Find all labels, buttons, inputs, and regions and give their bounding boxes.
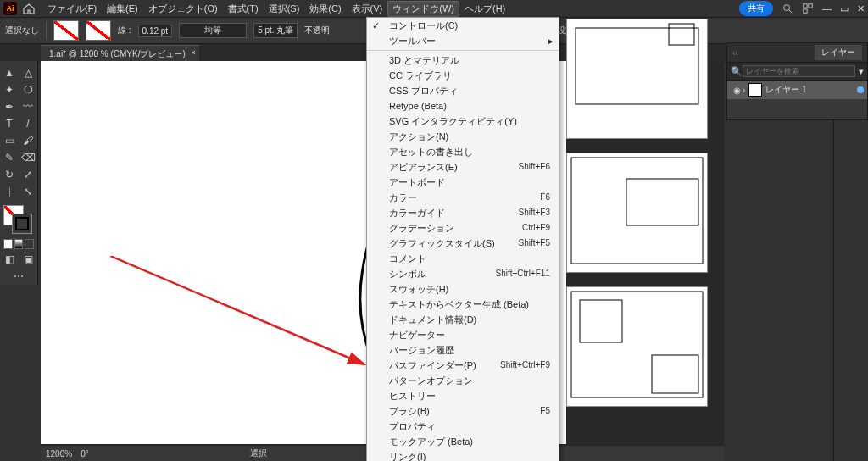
menu-entry-label: コメント <box>389 253 426 264</box>
menu-entry-label: CC ライブラリ <box>389 69 452 81</box>
menu-entry[interactable]: カラーF6 <box>367 190 559 205</box>
menu-entry[interactable]: CC ライブラリ <box>367 68 559 83</box>
menu-item[interactable]: ファイル(F) <box>42 1 102 17</box>
scale-tool[interactable]: ⤢ <box>19 166 37 183</box>
screen-mode[interactable]: ▣ <box>19 251 37 268</box>
search-icon[interactable] <box>782 3 793 14</box>
line-tool[interactable]: / <box>19 115 37 132</box>
layers-panel-header[interactable]: ‹‹ レイヤー <box>727 43 867 63</box>
free-transform-tool[interactable]: ⤡ <box>19 183 37 200</box>
menu-item[interactable]: 表示(V) <box>347 1 388 17</box>
menu-entry[interactable]: テキストからベクター生成 (Beta) <box>367 297 559 312</box>
fill-swatch[interactable] <box>53 20 79 41</box>
lasso-tool[interactable]: ❍ <box>19 81 37 98</box>
menu-item[interactable]: 書式(T) <box>223 1 264 17</box>
menu-item[interactable]: 選択(S) <box>264 1 305 17</box>
menu-separator <box>367 50 559 51</box>
stroke-weight-field[interactable]: 0.12 pt <box>138 25 173 37</box>
layer-row[interactable]: ◉ › レイヤー 1 <box>727 81 867 99</box>
selection-tool[interactable]: ▲ <box>0 64 19 81</box>
menu-entry[interactable]: アピアランス(E)Shift+F6 <box>367 159 559 175</box>
maximize-icon[interactable]: ▭ <box>840 3 849 14</box>
menu-entry[interactable]: プロパティ <box>367 419 559 434</box>
curvature-tool[interactable]: 〰 <box>19 98 37 115</box>
menu-entry[interactable]: バージョン履歴 <box>367 342 559 358</box>
direct-selection-tool[interactable]: △ <box>19 64 37 81</box>
fill-stroke-control[interactable] <box>3 205 32 234</box>
layers-search-row: 🔍 ▾ <box>727 63 867 81</box>
color-mode[interactable] <box>3 239 13 249</box>
layers-tab[interactable]: レイヤー <box>815 45 862 60</box>
pen-tool[interactable]: ✒ <box>0 98 19 115</box>
menu-entry[interactable]: パターンオプション <box>367 373 559 388</box>
brush-field[interactable]: 5 pt. 丸筆 <box>253 23 298 38</box>
edit-toolbar[interactable]: ⋯ <box>0 268 37 285</box>
shaper-tool[interactable]: ✎ <box>0 149 19 166</box>
menu-entry[interactable]: スウォッチ(H) <box>367 281 559 297</box>
menu-entry-label: ヒストリー <box>389 390 436 402</box>
layers-search-input[interactable] <box>743 65 855 77</box>
menu-entry[interactable]: アクション(N) <box>367 129 559 144</box>
menu-entry[interactable]: シンボルShift+Ctrl+F11 <box>367 266 559 281</box>
menu-entry[interactable]: コメント <box>367 251 559 266</box>
stroke-profile[interactable]: 均等 <box>179 23 247 38</box>
type-tool[interactable]: T <box>0 115 19 132</box>
menu-entry[interactable]: ✓コントロール(C) <box>367 18 559 33</box>
filter-icon[interactable]: ▾ <box>859 66 864 77</box>
home-icon[interactable] <box>22 2 36 15</box>
menu-item[interactable]: ヘルプ(H) <box>459 1 510 17</box>
menu-entry[interactable]: アートボード <box>367 175 559 190</box>
menu-entry[interactable]: グラフィックスタイル(S)Shift+F5 <box>367 236 559 251</box>
rectangle-tool[interactable]: ▭ <box>0 132 19 149</box>
menu-item[interactable]: オブジェクト(O) <box>143 1 223 17</box>
menu-item[interactable]: ウィンドウ(W) <box>387 1 459 17</box>
menu-entry[interactable]: アセットの書き出し <box>367 144 559 159</box>
toolbox: ▲△ ✦❍ ✒〰 T/ ▭🖌 ✎⌫ ↻⤢ ⟊⤡ ◧▣ ⋯ <box>0 61 38 285</box>
menu-entry[interactable]: グラデーションCtrl+F9 <box>367 220 559 236</box>
eraser-tool[interactable]: ⌫ <box>19 149 37 166</box>
menu-entry-label: カラーガイド <box>389 207 445 219</box>
menu-entry[interactable]: パスファインダー(P)Shift+Ctrl+F9 <box>367 358 559 373</box>
share-button[interactable]: 共有 <box>739 1 773 16</box>
menu-entry[interactable]: ドキュメント情報(D) <box>367 312 559 327</box>
minimize-icon[interactable]: — <box>822 3 832 14</box>
document-tab[interactable]: 1.ai* @ 1200 % (CMYK/プレビュー) × <box>41 45 199 63</box>
close-icon[interactable]: ✕ <box>857 3 865 14</box>
window-menu-dropdown: ✓コントロール(C)ツールバー▸3D とマテリアルCC ライブラリCSS プロパ… <box>366 17 559 461</box>
visibility-icon[interactable]: ◉ <box>731 86 743 95</box>
menu-entry[interactable]: SVG インタラクティビティ(Y) <box>367 114 559 129</box>
expand-icon[interactable]: › <box>743 86 745 95</box>
menu-entry[interactable]: ナビゲーター <box>367 327 559 342</box>
menu-item[interactable]: 編集(E) <box>102 1 143 17</box>
width-tool[interactable]: ⟊ <box>0 183 19 200</box>
layer-name[interactable]: レイヤー 1 <box>765 84 806 96</box>
magic-wand-tool[interactable]: ✦ <box>0 81 19 98</box>
stroke-swatch[interactable] <box>86 20 111 41</box>
rotate-angle[interactable]: 0° <box>81 449 89 458</box>
gradient-mode[interactable] <box>14 239 24 249</box>
menu-entry[interactable]: リンク(I) <box>367 449 559 461</box>
thumbnail[interactable] <box>566 286 708 407</box>
menu-entry[interactable]: CSS プロパティ <box>367 83 559 98</box>
zoom-level[interactable]: 1200% <box>46 449 72 458</box>
none-mode[interactable] <box>25 239 34 249</box>
close-tab-icon[interactable]: × <box>191 48 195 57</box>
menu-entry[interactable]: カラーガイドShift+F3 <box>367 205 559 220</box>
layers-panel: ‹‹ レイヤー 🔍 ▾ ◉ › レイヤー 1 <box>726 42 868 120</box>
thumbnail[interactable] <box>566 153 708 273</box>
menu-entry[interactable]: ツールバー▸ <box>367 33 559 48</box>
menu-entry[interactable]: Retype (Beta) <box>367 98 559 114</box>
menu-item[interactable]: 効果(C) <box>304 1 346 17</box>
menu-entry[interactable]: 3D とマテリアル <box>367 53 559 68</box>
menu-entry-label: カラー <box>389 192 417 203</box>
menu-entry[interactable]: ヒストリー <box>367 388 559 403</box>
menu-entry[interactable]: ブラシ(B)F5 <box>367 403 559 419</box>
paintbrush-tool[interactable]: 🖌 <box>19 132 37 149</box>
stroke-box[interactable] <box>12 214 32 234</box>
layer-target-icon[interactable] <box>857 86 864 93</box>
rotate-tool[interactable]: ↻ <box>0 166 19 183</box>
draw-mode[interactable]: ◧ <box>0 251 19 268</box>
thumbnail[interactable] <box>566 19 708 139</box>
menu-entry[interactable]: モックアップ (Beta) <box>367 434 559 449</box>
arrange-icon[interactable] <box>802 3 814 14</box>
